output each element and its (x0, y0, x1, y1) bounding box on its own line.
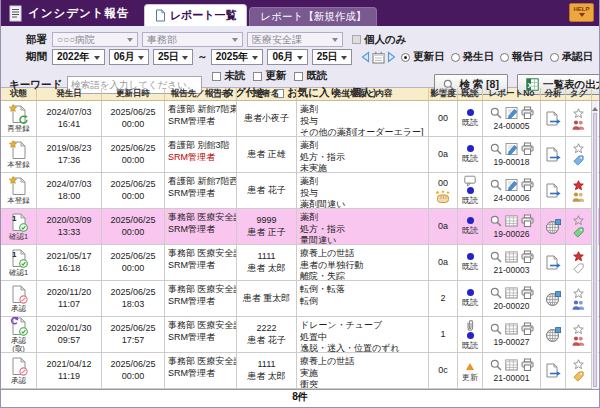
prev-period-icon[interactable] (360, 51, 371, 63)
content-cell: 療養上の世話実施衝突 (297, 353, 429, 388)
radio-updated-date[interactable]: 更新日 (401, 50, 445, 64)
tab-report-list[interactable]: レポート一覧 (144, 4, 248, 26)
tag-white-icon (573, 263, 584, 274)
division-select[interactable]: 事務部 (142, 32, 243, 47)
checkbox-status-1[interactable]: 更新 (253, 69, 286, 83)
tab-report-new[interactable]: レポート【新規作成】 (249, 7, 377, 26)
magnifier-icon[interactable] (490, 107, 502, 119)
content-line: 衝突 (300, 379, 427, 388)
report-no-cell: 19-00027 (483, 317, 541, 352)
table-row[interactable]: 1確認12020/03/0913:332025/06/2500:00事務部 医療… (1, 209, 599, 245)
next-period-icon[interactable] (386, 51, 397, 63)
checkbox-status-0[interactable]: 未読 (212, 69, 245, 83)
from-year-value: 2022年 (57, 50, 89, 64)
from-month-select[interactable]: 06月 (109, 49, 149, 65)
state-label: 本登録 (7, 161, 30, 169)
table-row[interactable]: 承認2020/11/2011:072025/06/2518:03事務部 医療安全… (1, 281, 599, 317)
tag-cell (566, 209, 592, 244)
report-destination: 事務部 医療安全課 (168, 212, 235, 224)
patient-name: 2222 (256, 323, 276, 335)
printer-icon[interactable] (521, 358, 534, 372)
to-month-select[interactable]: 06月 (267, 49, 307, 65)
edit-report-icon[interactable] (505, 106, 518, 120)
personal-only-checkbox[interactable]: 個人のみ (352, 33, 407, 47)
scrollbar-thumb[interactable] (593, 113, 597, 387)
printer-icon[interactable] (521, 178, 534, 192)
report-table-icon[interactable] (505, 358, 518, 372)
export-report-icon[interactable] (545, 183, 561, 198)
edit-report-icon[interactable] (505, 142, 518, 156)
web-analysis-icon[interactable] (545, 291, 561, 307)
content-cell: 薬剤処方・指示未実施 (297, 137, 429, 172)
to-year-select[interactable]: 2025年 (211, 49, 264, 65)
scroll-up-icon[interactable] (592, 104, 598, 111)
export-report-icon[interactable] (545, 111, 561, 126)
impact-cell: 0a (429, 209, 458, 244)
report-destination: 事務部 医療安全課 (168, 284, 235, 296)
report-table-icon[interactable] (505, 214, 518, 228)
magnifier-icon[interactable] (490, 179, 502, 191)
vertical-scrollbar[interactable] (591, 101, 598, 389)
checkbox-status-2[interactable]: 既読 (294, 69, 327, 83)
favorite-star-icon[interactable] (573, 288, 584, 299)
hospital-select[interactable]: ○○○病院 (52, 32, 138, 47)
magnifier-icon[interactable] (490, 251, 502, 263)
magnifier-icon[interactable] (490, 323, 502, 335)
table-row[interactable]: 承認2021/04/1211:192025/06/2500:00事務部 医療安全… (1, 353, 599, 389)
section-select[interactable]: 医療安全課 (247, 32, 343, 47)
radio-reported-date[interactable]: 報告日 (500, 50, 544, 64)
favorite-star-icon[interactable] (573, 251, 584, 262)
from-year-select[interactable]: 2022年 (52, 49, 105, 65)
export-report-icon[interactable] (545, 147, 561, 162)
export-report-icon[interactable] (545, 255, 561, 270)
calendar-icon[interactable] (372, 51, 385, 64)
magnifier-icon[interactable] (490, 287, 502, 299)
table-row[interactable]: 本登録2019/08/2317:362025/06/2500:00看護部 別館3… (1, 137, 599, 173)
favorite-star-icon[interactable] (573, 215, 584, 226)
svg-text:1: 1 (12, 214, 17, 223)
favorite-star-icon[interactable] (573, 143, 584, 154)
content-cell: 薬剤投与その他の薬剤[オーダーエラー] (297, 101, 429, 136)
to-day-select[interactable]: 25日 (312, 49, 352, 65)
report-destination: 看護部 新館7階東 (168, 104, 235, 116)
favorite-star-icon[interactable] (573, 324, 584, 335)
favorite-star-icon[interactable] (573, 359, 584, 370)
table-row[interactable]: 本登録2024/07/0318:002025/06/2500:00看護部 新館7… (1, 173, 599, 209)
magnifier-icon[interactable] (490, 215, 502, 227)
from-day-select[interactable]: 25日 (153, 49, 193, 65)
column-header-5: 発生場面と内容 (297, 88, 429, 100)
table-row[interactable]: 再登録2024/07/0316:412025/06/2500:00看護部 新館7… (1, 101, 599, 137)
reporter-name: SRM管理者 (168, 152, 235, 164)
favorite-star-icon[interactable] (573, 180, 584, 191)
printer-icon[interactable] (521, 250, 534, 264)
updated-date-cell: 2025/06/2518:03 (102, 281, 165, 316)
export-report-icon[interactable] (545, 363, 561, 378)
magnifier-icon[interactable] (490, 143, 502, 155)
printer-icon[interactable] (521, 322, 534, 336)
report-table-icon[interactable] (505, 322, 518, 336)
printer-icon[interactable] (521, 286, 534, 300)
radio-occurred-label: 発生日 (463, 50, 495, 64)
patient-cell: 2222患者 花子 (237, 317, 297, 352)
printer-icon[interactable] (521, 106, 534, 120)
radio-approved-date[interactable]: 承認日 (550, 50, 594, 64)
tab-report-new-label: レポート【新規作成】 (260, 10, 366, 24)
occurred-time: 16:41 (58, 119, 81, 131)
report-destination: 事務部 医療安全課 (168, 356, 235, 368)
updated-time: 00:00 (122, 191, 145, 203)
report-table-icon[interactable] (505, 250, 518, 264)
edit-report-icon[interactable] (505, 178, 518, 192)
magnifier-icon[interactable] (490, 359, 502, 371)
table-row[interactable]: 承認(取)2020/01/3009:572025/06/2517:57事務部 医… (1, 317, 599, 353)
radio-occurred-date[interactable]: 発生日 (451, 50, 495, 64)
printer-icon[interactable] (521, 142, 534, 156)
occurred-date: 2020/03/09 (46, 215, 91, 227)
table-row[interactable]: 1確認12021/05/1716:182025/06/2500:00事務部 医療… (1, 245, 599, 281)
read-dot-icon (467, 109, 474, 116)
web-analysis-icon[interactable] (545, 327, 561, 343)
favorite-star-icon[interactable] (573, 108, 584, 119)
printer-icon[interactable] (521, 214, 534, 228)
report-table-icon[interactable] (505, 286, 518, 300)
web-analysis-icon[interactable] (545, 219, 561, 235)
help-button[interactable]: HELP (569, 3, 594, 22)
